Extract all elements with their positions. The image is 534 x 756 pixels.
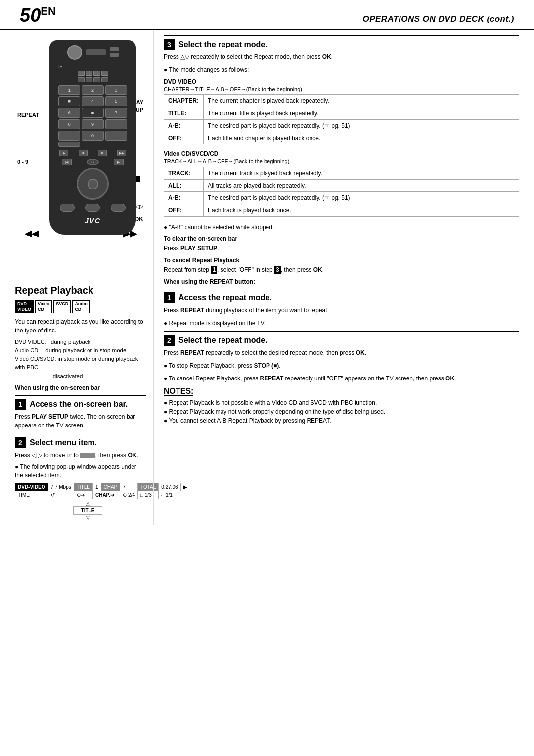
when-repeat-label: When using the REPEAT button: xyxy=(164,278,519,285)
badge-svcd: SVCD xyxy=(53,300,71,313)
step3-bullet1: ● The mode changes as follows: xyxy=(164,65,519,74)
notes-section: NOTES: Repeat Playback is not possible w… xyxy=(164,387,519,425)
step2-right-header: 2 Select the repeat mode. xyxy=(164,331,519,346)
osd-chap-arrow: CHAP.➔ xyxy=(92,491,120,499)
step3-title: Select the repeat mode. xyxy=(178,40,267,49)
label-repeat: REPEAT xyxy=(17,112,39,118)
step2-right-bullet1: ● To stop Repeat Playback, press STOP (■… xyxy=(164,361,519,370)
dvd-video-label: DVD VIDEO xyxy=(164,78,519,85)
dvd-mode-off-desc: Each title and chapter is played back on… xyxy=(204,132,519,144)
rewind-icon: ◀◀ xyxy=(25,228,39,239)
step3-number: 3 xyxy=(164,39,175,50)
osd-time: TIME xyxy=(15,491,48,499)
page-number: 50EN xyxy=(20,5,56,26)
vcd-sequence: TRACK→ALL→A-B→OFF→(Back to the beginning… xyxy=(164,158,519,164)
note-item-1: Repeat Playback is not possible with a V… xyxy=(164,398,519,407)
osd-goto: ⊙➔ xyxy=(74,491,92,499)
dvd-mode-title-desc: The current title is played back repeate… xyxy=(204,107,519,120)
disc-badges: DVDVIDEO VideoCD SVCD AudioCD xyxy=(15,300,146,313)
step2-right-body1: Press REPEAT repeatedly to select the de… xyxy=(164,348,519,357)
vcd-mode-track-label: TRACK: xyxy=(164,167,204,180)
step3-body1: Press △▽ repeatedly to select the Repeat… xyxy=(164,52,519,61)
osd-chap-val: 7 xyxy=(120,483,138,491)
disc-type-audio: Audio CD: during playback or in stop mod… xyxy=(15,346,146,355)
note-item-2: Repeat Playback may not work properly de… xyxy=(164,407,519,416)
step2-right-bullet2: ● To cancel Repeat Playback, press REPEA… xyxy=(164,374,519,383)
osd-dvd-video: DVD-VIDEO xyxy=(15,483,48,491)
clear-onscreen-label: To clear the on-screen bar xyxy=(164,236,519,242)
step1-left-number: 1 xyxy=(15,399,26,410)
dvd-mode-chapter-label: CHAPTER: xyxy=(164,95,204,107)
osd-title-val: 1 xyxy=(92,483,101,491)
badge-audio-cd: AudioCD xyxy=(72,300,90,313)
step1-right-body: Press REPEAT during playback of the item… xyxy=(164,306,519,315)
vcd-label: Video CD/SVCD/CD xyxy=(164,150,519,157)
vcd-mode-off-desc: Each track is played back once. xyxy=(204,204,519,217)
step2-right-title: Select the repeat mode. xyxy=(178,336,267,345)
osd-repeat: ↺ xyxy=(48,491,74,499)
step1-left-header: 1 Access the on-screen bar. xyxy=(15,395,146,410)
vcd-mode-all-desc: All tracks are played back repeatedly. xyxy=(204,180,519,192)
note-item-3: You cannot select A-B Repeat Playback by… xyxy=(164,416,519,425)
clear-onscreen-body: Press PLAY SETUP. xyxy=(164,244,519,253)
disc-type-list: DVD VIDEO: during playback Audio CD: dur… xyxy=(15,338,146,380)
cancel-repeat-body: Repeat from step 1, select "OFF" in step… xyxy=(164,265,519,274)
step2-left-bullet: ● The following pop-up window appears un… xyxy=(15,462,146,480)
dvd-sequence: CHAPTER→TITLE→A-B→OFF→(Back to the begin… xyxy=(164,86,519,92)
remote-wrapper: REPEAT 0 - 9 PLAY SETUP OK △▽◁▷ ◀◀ ▶▶ xyxy=(15,35,146,278)
remote-body: TV xyxy=(49,40,136,235)
badge-dvd-video: DVDVIDEO xyxy=(15,300,34,313)
right-column: 3 Select the repeat mode. Press △▽ repea… xyxy=(153,30,534,525)
notes-title: NOTES: xyxy=(164,387,519,396)
step1-left-body: Press PLAY SETUP twice. The on-screen ba… xyxy=(15,412,146,430)
intro-text: You can repeat playback as you like acco… xyxy=(15,317,146,335)
vcd-mode-off-label: OFF: xyxy=(164,204,204,217)
step2-left-header: 2 Select menu item. xyxy=(15,434,146,448)
step2-left-title: Select menu item. xyxy=(30,438,97,447)
step3-header: 3 Select the repeat mode. xyxy=(164,35,519,50)
left-column: REPEAT 0 - 9 PLAY SETUP OK △▽◁▷ ◀◀ ▶▶ xyxy=(0,30,153,525)
vcd-mode-track-desc: The current track is played back repeate… xyxy=(204,167,519,180)
step2-left-number: 2 xyxy=(15,437,26,448)
vcd-mode-all-label: ALL: xyxy=(164,180,204,192)
dvd-mode-ab-desc: The desired part is played back repeated… xyxy=(204,120,519,132)
step2-right-number: 2 xyxy=(164,335,175,346)
step1-right-title: Access the repeat mode. xyxy=(178,293,272,302)
cancel-repeat-label: To cancel Repeat Playback xyxy=(164,257,519,264)
step1-right-number: 1 xyxy=(164,292,175,303)
page-header: 50EN OPERATIONS ON DVD DECK (cont.) xyxy=(0,0,534,30)
dvd-mode-chapter-desc: The current chapter is played back repea… xyxy=(204,95,519,107)
disc-type-dvd: DVD VIDEO: during playback xyxy=(15,338,146,346)
jvc-logo: JVC xyxy=(54,217,131,225)
popup-down-arrow: ▽ xyxy=(86,515,90,520)
vcd-mode-ab-desc: The desired part is played back repeated… xyxy=(204,192,519,204)
osd-chap-label: CHAP xyxy=(101,483,120,491)
popup-up-arrow: △ xyxy=(86,501,90,506)
when-using-onscreen-label: When using the on-screen bar xyxy=(15,384,146,391)
step1-right-bullet: ● Repeat mode is displayed on the TV. xyxy=(164,319,519,328)
popup-title-label: TITLE xyxy=(73,506,103,515)
osd-title-label: TITLE xyxy=(74,483,92,491)
osd-mbps: 7.7 Mbps xyxy=(48,483,74,491)
step1-right-header: 1 Access the repeat mode. xyxy=(164,289,519,303)
step2-left-body: Press ◁ ▷ to move ☞ to , then press OK. xyxy=(15,451,146,460)
vcd-mode-ab-label: A-B: xyxy=(164,192,204,204)
label-09: 0 - 9 xyxy=(17,159,28,165)
section-title: Repeat Playback xyxy=(15,285,146,296)
dvd-mode-table: CHAPTER: The current chapter is played b… xyxy=(164,94,519,144)
step1-left-title: Access the on-screen bar. xyxy=(30,400,128,409)
notes-list: Repeat Playback is not possible with a V… xyxy=(164,398,519,425)
badge-video-cd: VideoCD xyxy=(35,300,52,313)
ab-cannot-stop: ● "A-B" cannot be selected while stopped… xyxy=(164,223,519,232)
dvd-mode-ab-label: A-B: xyxy=(164,120,204,132)
vcd-mode-table: TRACK: The current track is played back … xyxy=(164,167,519,217)
dvd-mode-off-label: OFF: xyxy=(164,132,204,144)
page-title: OPERATIONS ON DVD DECK (cont.) xyxy=(362,14,514,24)
disc-type-vcd: Video CD/SVCD: in stop mode or during pl… xyxy=(15,355,146,380)
dvd-mode-title-label: TITLE: xyxy=(164,107,204,120)
osd-disc: ⊙ 2/4 xyxy=(120,491,138,499)
